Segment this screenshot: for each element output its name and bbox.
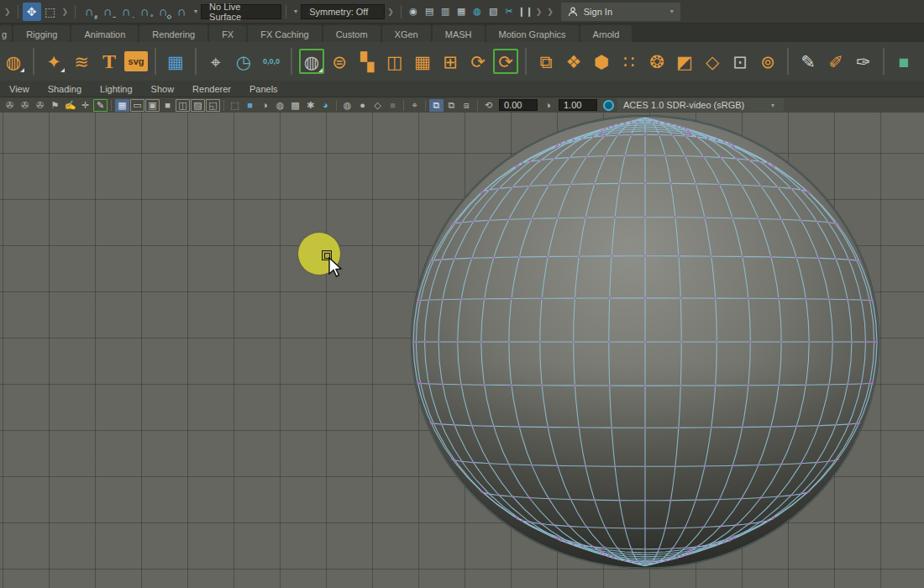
multi-cut-grid-icon[interactable]: ⊞ bbox=[438, 49, 463, 74]
gate-mask-icon[interactable]: ■ bbox=[160, 99, 175, 112]
shelf-tab-xgen[interactable]: XGen bbox=[382, 25, 431, 42]
flat-diamonds-icon[interactable]: ◇ bbox=[700, 49, 725, 74]
grid-toggle-icon[interactable]: ▦ bbox=[115, 99, 129, 112]
ipr-render-icon[interactable]: ▥ bbox=[438, 3, 454, 21]
shelf-tab-rigging[interactable]: Rigging bbox=[13, 25, 70, 42]
sphere-wireframe[interactable] bbox=[0, 113, 924, 588]
panel-menu-panels[interactable]: Panels bbox=[240, 84, 287, 94]
group-collapse-icon[interactable]: ❯ bbox=[547, 8, 554, 16]
camera-attributes-icon[interactable]: ✇ bbox=[33, 99, 47, 112]
render-settings-icon[interactable]: ▦ bbox=[454, 3, 470, 21]
green-notch-shape-icon[interactable]: ⬓ bbox=[919, 49, 924, 74]
two-d-pan-zoom-icon[interactable]: ✛ bbox=[78, 99, 92, 112]
greasepencil-icon[interactable]: ✎ bbox=[93, 99, 108, 112]
make-live-icon[interactable]: ∩ bbox=[172, 3, 191, 21]
resolution-gate-icon[interactable]: ▣ bbox=[145, 99, 160, 112]
snap-to-point-icon[interactable]: ∩· bbox=[117, 3, 135, 21]
center-origin-icon[interactable]: 0,0,0 bbox=[259, 49, 284, 74]
viewport[interactable] bbox=[0, 113, 924, 588]
shaded-mode-icon[interactable]: ■ bbox=[243, 99, 257, 112]
snap-to-view-plane-icon[interactable]: ∩◇ bbox=[154, 3, 172, 21]
active-tool-icon[interactable]: ✥ bbox=[23, 3, 41, 21]
dotted-sphere-icon[interactable]: ⊚ bbox=[755, 49, 780, 74]
node-editor-icon[interactable]: ▦ bbox=[163, 49, 188, 74]
dot-pen-tool-icon[interactable]: ✑ bbox=[851, 49, 876, 74]
exposure-field[interactable]: 0.00 bbox=[499, 99, 538, 111]
cube-primitive-icon[interactable]: ⬢ bbox=[589, 49, 614, 74]
exposure-icon[interactable]: ⟲ bbox=[481, 99, 496, 112]
gamma-field[interactable]: 1.00 bbox=[559, 99, 597, 111]
render-setup-icon[interactable]: ◍ bbox=[470, 3, 486, 21]
image-plane-icon[interactable]: ✍ bbox=[63, 99, 77, 112]
shelf-tab-g[interactable]: g bbox=[0, 25, 12, 42]
sphere-project-icon[interactable]: ⊜ bbox=[327, 49, 352, 74]
rotate-face-icon[interactable]: ⟳ bbox=[465, 49, 491, 74]
rotate-face-active-icon[interactable]: ⟳ bbox=[493, 49, 518, 74]
render-view-icon[interactable]: ◉ bbox=[406, 3, 422, 21]
green-square-shape-icon[interactable]: ■ bbox=[891, 49, 916, 74]
star-primitive-icon[interactable]: ✦ bbox=[41, 49, 66, 74]
pause-icon[interactable]: ❙❙ bbox=[517, 3, 533, 21]
chevron-down-icon[interactable]: ▾ bbox=[194, 8, 197, 15]
view-transform-dropdown[interactable]: ACES 1.0 SDR-video (sRGB) ▾ bbox=[617, 98, 784, 112]
film-gate-icon[interactable]: ▭ bbox=[130, 99, 144, 112]
isolate-select-icon[interactable]: ⌖ bbox=[407, 99, 422, 112]
wheel-divide-icon[interactable]: ❂ bbox=[644, 49, 669, 74]
helix-curve-icon[interactable]: ≋ bbox=[69, 49, 94, 74]
pivot-gizmo-icon[interactable]: ⌖ bbox=[203, 49, 228, 74]
group-collapse-icon[interactable]: ❯ bbox=[4, 8, 11, 16]
sign-in-button[interactable]: Sign In ▾ bbox=[561, 3, 680, 21]
knife-tool-icon[interactable]: ✎ bbox=[795, 49, 821, 74]
xray-joints-icon[interactable]: ⧉ bbox=[444, 99, 459, 112]
shelf-tab-motion-graphics[interactable]: Motion Graphics bbox=[486, 25, 579, 42]
quad-squares-icon[interactable]: ▚ bbox=[354, 49, 380, 74]
lock-camera-icon[interactable]: ✇ bbox=[18, 99, 32, 112]
select-camera-icon[interactable]: ✇ bbox=[3, 99, 17, 112]
svg-tool-icon[interactable]: svg bbox=[124, 51, 148, 71]
voxel-cubes-icon[interactable]: ∷ bbox=[617, 49, 642, 74]
wireframe-mode-icon[interactable]: ⬚ bbox=[228, 99, 242, 112]
bookmark-icon[interactable]: ⚑ bbox=[48, 99, 62, 112]
box-pen-tool-icon[interactable]: ✐ bbox=[823, 49, 848, 74]
cut-icon[interactable]: ✂ bbox=[501, 3, 517, 21]
reset-history-icon[interactable]: ◷ bbox=[231, 49, 256, 74]
color-management-icon[interactable] bbox=[603, 100, 614, 111]
diamond-stack-icon[interactable]: ❖ bbox=[561, 49, 586, 74]
type-tool-icon[interactable]: T bbox=[97, 49, 122, 74]
safe-action-icon[interactable]: ▨ bbox=[191, 99, 205, 112]
render-sequence-icon[interactable]: ▧ bbox=[486, 3, 501, 21]
field-chart-icon[interactable]: ◫ bbox=[176, 99, 190, 112]
sphere-tool-icon[interactable]: ◍ bbox=[299, 49, 324, 74]
snap-to-curve-icon[interactable]: ∩~ bbox=[98, 3, 117, 21]
lattice-box-icon[interactable]: ⊡ bbox=[727, 49, 753, 74]
wire-on-shaded-icon[interactable]: ◍ bbox=[273, 99, 287, 112]
group-collapse-icon[interactable]: ❯ bbox=[387, 8, 394, 16]
checker-material-icon[interactable]: ▩ bbox=[288, 99, 302, 112]
bounding-circle-icon[interactable]: ◇ bbox=[370, 99, 385, 112]
safe-title-icon[interactable]: ◱ bbox=[206, 99, 220, 112]
snap-to-projected-center-icon[interactable]: ∩° bbox=[135, 3, 154, 21]
xray-mode-icon[interactable]: ⧉ bbox=[429, 99, 444, 112]
split-square-icon[interactable]: ◩ bbox=[672, 49, 697, 74]
cube-scatter-icon[interactable]: ⧉ bbox=[533, 49, 559, 74]
panel-menu-show[interactable]: Show bbox=[142, 84, 184, 94]
smooth-shade-sphere-icon[interactable]: ◍ bbox=[340, 99, 354, 112]
panel-menu-lighting[interactable]: Lighting bbox=[91, 84, 142, 94]
chevron-down-icon[interactable]: ▾ bbox=[294, 8, 297, 15]
subdivide-grid-icon[interactable]: ▦ bbox=[410, 49, 435, 74]
shaded-textured-icon[interactable]: ◑ bbox=[258, 99, 272, 112]
snap-to-grid-icon[interactable]: ∩# bbox=[80, 3, 98, 21]
use-all-lights-icon[interactable]: ✱ bbox=[303, 99, 318, 112]
shelf-tab-rendering[interactable]: Rendering bbox=[139, 25, 207, 42]
shelf-tab-custom[interactable]: Custom bbox=[323, 25, 381, 42]
textured-sphere-icon[interactable]: ◕ bbox=[318, 99, 333, 112]
shelf-tab-arnold[interactable]: Arnold bbox=[580, 25, 633, 42]
exposure-gate-icon[interactable]: ⧈ bbox=[459, 99, 474, 112]
shelf-tab-mash[interactable]: MASH bbox=[433, 25, 485, 42]
symmetry-field[interactable]: Symmetry: Off bbox=[301, 4, 385, 19]
mirror-geometry-icon[interactable]: ◫ bbox=[382, 49, 407, 74]
group-collapse-icon[interactable]: ❯ bbox=[62, 8, 69, 16]
shelf-tab-animation[interactable]: Animation bbox=[71, 25, 138, 42]
shelf-tab-fx[interactable]: FX bbox=[209, 25, 246, 42]
panel-menu-renderer[interactable]: Renderer bbox=[183, 84, 240, 94]
